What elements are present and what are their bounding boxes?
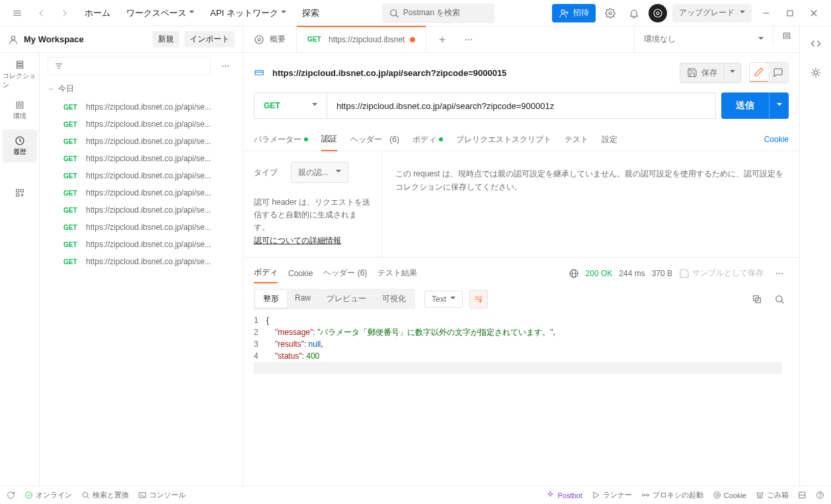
import-button[interactable]: インポート <box>184 31 235 48</box>
avatar[interactable] <box>649 4 667 22</box>
nav-api-network[interactable]: API ネットワーク <box>205 5 292 22</box>
footer-help[interactable] <box>816 490 824 500</box>
rail-history[interactable]: 履歴 <box>3 129 37 162</box>
history-url: https://zipcloud.ibsnet.co.jp/api/se... <box>86 137 211 146</box>
window-maximize[interactable] <box>781 4 799 22</box>
cookies-link[interactable]: Cookie <box>764 135 789 144</box>
upgrade-button[interactable]: アップグレード <box>672 4 752 22</box>
resp-tab-results[interactable]: テスト結果 <box>377 264 417 283</box>
resp-tab-cookie[interactable]: Cookie <box>288 265 313 282</box>
forward-icon[interactable] <box>56 4 74 22</box>
footer-postbot[interactable]: Postbot <box>546 490 582 500</box>
save-icon <box>679 268 690 279</box>
footer-trash[interactable]: ごみ箱 <box>756 490 789 500</box>
resp-more-icon[interactable]: ⋯ <box>770 264 789 283</box>
send-dropdown[interactable] <box>769 92 789 119</box>
footer-online[interactable]: オンライン <box>24 490 72 500</box>
footer-proxy[interactable]: プロキシの起動 <box>641 490 703 500</box>
history-item[interactable]: GEThttps://zipcloud.ibsnet.co.jp/api/se.… <box>40 167 243 184</box>
env-quicklook-icon[interactable] <box>773 26 799 45</box>
tab-settings[interactable]: 設定 <box>602 129 617 151</box>
code-snippet-icon[interactable] <box>807 34 825 53</box>
chevron-down-icon <box>336 168 341 177</box>
history-url: https://zipcloud.ibsnet.co.jp/api/se... <box>86 171 211 180</box>
view-raw[interactable]: Raw <box>287 290 319 308</box>
rail-configure[interactable] <box>3 181 37 205</box>
tab-auth[interactable]: 認証 <box>321 128 337 151</box>
nav-home[interactable]: ホーム <box>79 5 116 22</box>
auth-learn-link[interactable]: 認可についての詳細情報 <box>254 236 341 245</box>
resp-headers-label: ヘッダー <box>323 268 355 277</box>
send-button[interactable]: 送信 <box>721 92 769 119</box>
footer-find[interactable]: 検索と置換 <box>81 490 129 500</box>
edit-mode-button[interactable] <box>749 62 769 82</box>
view-preview[interactable]: プレビュー <box>319 290 374 308</box>
svg-point-66 <box>713 492 720 499</box>
tab-tests[interactable]: テスト <box>565 129 588 151</box>
footer-cookie[interactable]: Cookie <box>713 490 746 500</box>
rail-env[interactable]: 環境 <box>3 94 37 127</box>
tab-method: GET <box>307 36 323 43</box>
footer-console[interactable]: コンソール <box>138 490 186 500</box>
tab-overview[interactable]: 概要 <box>243 26 297 52</box>
resp-tab-body[interactable]: ボディ <box>254 263 278 283</box>
back-icon[interactable] <box>32 4 50 22</box>
history-item[interactable]: GEThttps://zipcloud.ibsnet.co.jp/api/se.… <box>40 253 243 270</box>
resp-tab-headers[interactable]: ヘッダー (6) <box>323 264 367 283</box>
resp-time: 244 ms <box>619 269 645 278</box>
response-body[interactable]: 12345 { "message": "パラメータ「郵便番号」に数字以外の文字が… <box>243 314 799 384</box>
save-dropdown[interactable] <box>724 64 740 81</box>
view-visualize[interactable]: 可視化 <box>374 290 414 308</box>
unsaved-dot-icon <box>410 37 415 42</box>
nav-workspace[interactable]: ワークスペース <box>121 5 200 22</box>
history-item[interactable]: GEThttps://zipcloud.ibsnet.co.jp/api/se.… <box>40 184 243 201</box>
comment-mode-button[interactable] <box>768 63 788 83</box>
history-item[interactable]: GEThttps://zipcloud.ibsnet.co.jp/api/se.… <box>40 219 243 236</box>
settings-icon[interactable] <box>601 4 619 22</box>
window-close[interactable] <box>805 4 823 22</box>
global-search[interactable]: Postman を検索 <box>382 3 495 23</box>
new-tab-icon[interactable] <box>433 30 452 49</box>
tab-request[interactable]: GET https://zipcloud.ibsnet <box>297 26 426 52</box>
history-more-icon[interactable]: ⋯ <box>216 57 235 75</box>
auth-type-select[interactable]: 親の認... <box>291 162 348 183</box>
tips-icon[interactable] <box>807 63 825 82</box>
window-minimize[interactable] <box>757 4 775 22</box>
history-item[interactable]: GEThttps://zipcloud.ibsnet.co.jp/api/se.… <box>40 201 243 219</box>
resp-type-select[interactable]: Text <box>424 291 463 308</box>
footer-runner-label: ランナー <box>603 490 632 500</box>
tab-headers[interactable]: ヘッダー (6) <box>350 129 399 151</box>
tab-more-icon[interactable]: ⋯ <box>459 30 478 49</box>
view-pretty[interactable]: 整形 <box>255 290 287 308</box>
history-filter[interactable] <box>48 57 211 75</box>
url-input[interactable] <box>327 92 716 119</box>
tab-prereq[interactable]: プレリクエストスクリプト <box>456 129 551 151</box>
history-item[interactable]: GEThttps://zipcloud.ibsnet.co.jp/api/se.… <box>40 236 243 253</box>
history-item[interactable]: GEThttps://zipcloud.ibsnet.co.jp/api/se.… <box>40 116 243 133</box>
history-method: GET <box>63 121 79 128</box>
history-item[interactable]: GEThttps://zipcloud.ibsnet.co.jp/api/se.… <box>40 98 243 116</box>
new-button[interactable]: 新規 <box>153 31 179 48</box>
menu-icon[interactable] <box>8 4 26 22</box>
history-group-today[interactable]: 今日 <box>40 79 243 98</box>
wrap-button[interactable] <box>469 290 488 308</box>
tab-body[interactable]: ボディ <box>413 129 443 151</box>
copy-icon[interactable] <box>748 290 766 308</box>
footer-sync[interactable] <box>7 491 15 499</box>
nav-explore[interactable]: 探索 <box>297 5 325 22</box>
globe-icon[interactable] <box>569 268 579 279</box>
env-picker[interactable]: 環境なし <box>634 26 773 52</box>
save-button[interactable]: 保存 <box>680 63 724 83</box>
rail-collections[interactable]: コレクション <box>3 58 37 91</box>
history-item[interactable]: GEThttps://zipcloud.ibsnet.co.jp/api/se.… <box>40 150 243 167</box>
notifications-icon[interactable] <box>625 4 643 22</box>
rail-history-label: 履歴 <box>13 147 26 157</box>
invite-button[interactable]: 招待 <box>552 4 596 22</box>
tab-params[interactable]: パラメーター <box>254 129 308 151</box>
footer-layout[interactable] <box>798 490 807 500</box>
search-in-body-icon[interactable] <box>770 290 789 308</box>
svg-marker-62 <box>594 492 599 498</box>
footer-runner[interactable]: ランナー <box>592 490 632 500</box>
method-select[interactable]: GET <box>254 92 327 119</box>
history-item[interactable]: GEThttps://zipcloud.ibsnet.co.jp/api/se.… <box>40 133 243 150</box>
